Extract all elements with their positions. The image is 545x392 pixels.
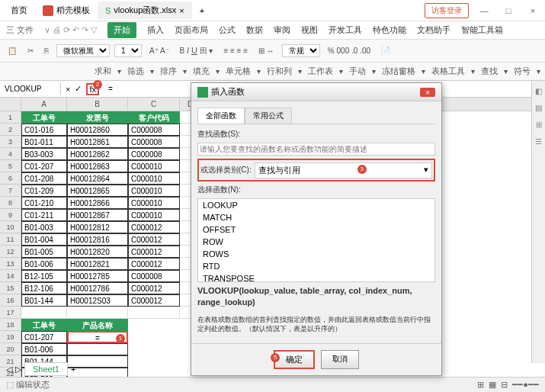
- data-cell[interactable]: C000012: [128, 221, 180, 233]
- data-cell[interactable]: C01-016: [21, 124, 67, 136]
- tab-home[interactable]: 首页: [3, 2, 35, 19]
- data-cell[interactable]: C000012: [128, 246, 180, 258]
- function-list-item[interactable]: OFFSET: [198, 223, 434, 236]
- data-cell[interactable]: C000012: [128, 233, 180, 246]
- function-list[interactable]: LOOKUPMATCHOFFSETROWROWSRTDTRANSPOSEVLOO…: [197, 198, 435, 282]
- row-header[interactable]: 8: [0, 197, 21, 209]
- ribbon-tab-helper[interactable]: 文档助手: [417, 24, 450, 36]
- data-cell[interactable]: C000008: [128, 136, 180, 148]
- sidebar-icon[interactable]: ▤: [534, 104, 544, 114]
- size-select[interactable]: 11: [114, 44, 142, 57]
- data-cell[interactable]: B01-004: [21, 233, 67, 246]
- accept-formula-icon[interactable]: ✓: [75, 84, 82, 94]
- maximize-icon[interactable]: □: [499, 6, 518, 15]
- row-header[interactable]: 18: [0, 319, 21, 331]
- sheet-tab[interactable]: Sheet1: [24, 362, 68, 376]
- data-cell[interactable]: C000012: [128, 258, 180, 270]
- data-cell[interactable]: [21, 307, 67, 319]
- data-cell[interactable]: C000008: [128, 270, 180, 282]
- data-cell[interactable]: C01-207: [21, 331, 67, 343]
- ribbon-tab-smart[interactable]: 智能工具箱: [461, 24, 503, 36]
- data-cell[interactable]: B03-003: [21, 148, 67, 160]
- data-cell[interactable]: H00012820: [67, 246, 128, 258]
- data-cell[interactable]: H00012785: [67, 270, 128, 282]
- function-list-item[interactable]: RTD: [198, 260, 434, 272]
- tab-file[interactable]: S vlookup函数.xlsx ×: [98, 2, 192, 19]
- data-cell[interactable]: C000008: [128, 124, 180, 136]
- ok-button[interactable]: 5确定: [274, 350, 315, 369]
- data-cell[interactable]: C000008: [128, 148, 180, 160]
- data-cell[interactable]: B01-006: [21, 343, 67, 355]
- header-cell[interactable]: 客户代码: [128, 111, 180, 124]
- search-input[interactable]: [197, 143, 435, 156]
- view-icon[interactable]: ⊞: [477, 380, 484, 390]
- dialog-close-icon[interactable]: ×: [420, 88, 435, 97]
- ribbon-tab-review[interactable]: 审阅: [274, 24, 290, 36]
- row-header[interactable]: 14: [0, 270, 21, 282]
- function-list-item[interactable]: TRANSPOSE: [198, 272, 434, 282]
- data-cell[interactable]: H00012860: [67, 124, 128, 136]
- header-cell[interactable]: 发票号: [67, 111, 128, 124]
- data-cell[interactable]: H00012812: [67, 221, 128, 233]
- data-cell[interactable]: H00012863: [67, 160, 128, 172]
- sidebar-icon[interactable]: ☰: [534, 137, 544, 148]
- data-cell[interactable]: H00012867: [67, 209, 128, 221]
- ribbon-tab-dev[interactable]: 开发工具: [329, 24, 362, 36]
- doc-helper-icon[interactable]: 📄: [378, 45, 393, 56]
- ribbon-tab-feature[interactable]: 特色功能: [373, 24, 406, 36]
- data-cell[interactable]: H00012786: [67, 282, 128, 294]
- cancel-button[interactable]: 取消: [321, 350, 359, 369]
- data-cell[interactable]: =1: [67, 331, 128, 343]
- sidebar-icon[interactable]: ◧: [534, 87, 544, 98]
- row-header[interactable]: 19: [0, 331, 21, 343]
- dialog-tab-all[interactable]: 全部函数: [197, 108, 245, 124]
- data-cell[interactable]: C000010: [128, 185, 180, 197]
- row-header[interactable]: 9: [0, 209, 21, 221]
- data-cell[interactable]: C01-210: [21, 197, 67, 209]
- header-cell[interactable]: 产品名称: [67, 319, 128, 331]
- ribbon-tab-layout[interactable]: 页面布局: [175, 24, 208, 36]
- row-header[interactable]: 20: [0, 343, 21, 355]
- data-cell[interactable]: C000010: [128, 160, 180, 172]
- function-list-item[interactable]: ROW: [198, 236, 434, 248]
- data-cell[interactable]: B01-144: [21, 294, 67, 307]
- header-cell[interactable]: 工单号: [21, 111, 67, 124]
- close-icon[interactable]: ×: [524, 6, 542, 15]
- data-cell[interactable]: C000010: [128, 197, 180, 209]
- paste-icon[interactable]: 📋: [5, 45, 20, 56]
- name-box[interactable]: VLOOKUP: [0, 83, 61, 95]
- data-cell[interactable]: H00012864: [67, 172, 128, 185]
- data-cell[interactable]: C000012: [128, 294, 180, 307]
- data-cell[interactable]: B01-006: [21, 258, 67, 270]
- function-list-item[interactable]: ROWS: [198, 248, 434, 260]
- row-header[interactable]: 5: [0, 160, 21, 172]
- add-sheet-icon[interactable]: +: [71, 365, 75, 374]
- data-cell[interactable]: B01-011: [21, 136, 67, 148]
- file-menu[interactable]: 三 文件: [6, 24, 34, 36]
- data-cell[interactable]: C01-211: [21, 209, 67, 221]
- tab-add[interactable]: +: [192, 3, 212, 18]
- row-header[interactable]: 7: [0, 185, 21, 197]
- data-cell[interactable]: [67, 307, 128, 319]
- data-cell[interactable]: C01-207: [21, 160, 67, 172]
- view-icon[interactable]: ▦: [489, 380, 496, 390]
- data-cell[interactable]: B01-005: [21, 246, 67, 258]
- data-cell[interactable]: H00012866: [67, 197, 128, 209]
- font-select[interactable]: 微软雅黑: [56, 44, 110, 57]
- zoom-slider[interactable]: ━━●━━: [512, 380, 539, 390]
- data-cell[interactable]: H00012861: [67, 136, 128, 148]
- dialog-tab-common[interactable]: 常用公式: [245, 108, 292, 124]
- data-cell[interactable]: H00012S03: [67, 294, 128, 307]
- row-header[interactable]: 2: [0, 124, 21, 136]
- row-header[interactable]: 11: [0, 233, 21, 246]
- category-select[interactable]: 查找与引用 3 ▾: [255, 162, 432, 178]
- copy-icon[interactable]: ⎘: [41, 45, 52, 56]
- row-header[interactable]: 3: [0, 136, 21, 148]
- ribbon-tab-formula[interactable]: 公式: [219, 24, 236, 36]
- data-cell[interactable]: B01-003: [21, 221, 67, 233]
- sidebar-icon[interactable]: ⊞: [534, 120, 544, 131]
- row-header[interactable]: 1: [0, 111, 21, 124]
- row-header[interactable]: 12: [0, 246, 21, 258]
- data-cell[interactable]: B12-105: [21, 270, 67, 282]
- sheet-nav-icon[interactable]: ▷: [15, 365, 21, 374]
